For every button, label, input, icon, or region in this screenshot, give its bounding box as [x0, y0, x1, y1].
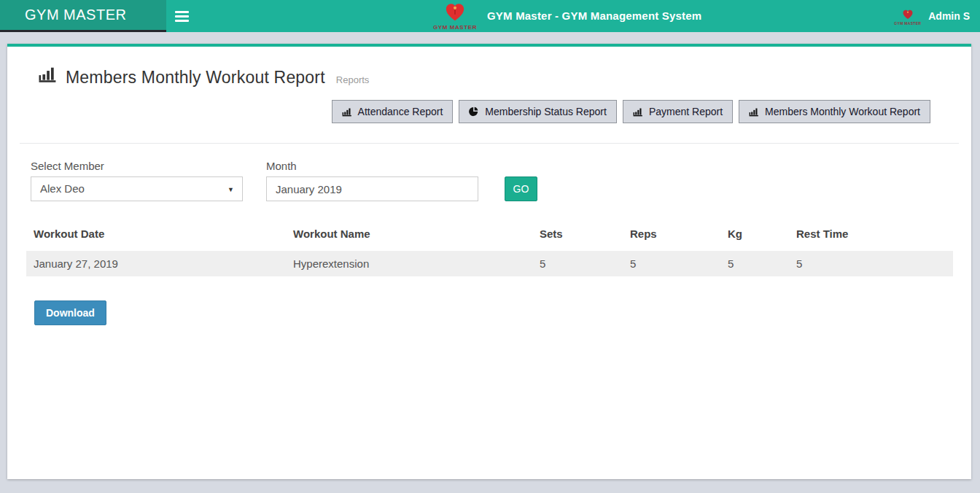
table-row: January 27, 2019 Hyperextension 5 5 5 5	[26, 251, 953, 276]
month-field-label: Month	[266, 160, 297, 172]
member-select[interactable]: Alex Deo ▼	[31, 176, 243, 201]
payment-report-button[interactable]: Payment Report	[623, 100, 733, 123]
user-menu[interactable]: GYM MASTER Admin S	[894, 0, 970, 32]
button-label: Attendance Report	[358, 106, 443, 117]
column-header-reps: Reps	[623, 222, 720, 251]
column-header-workout-name: Workout Name	[286, 222, 532, 251]
cell-reps: 5	[623, 251, 720, 276]
bar-chart-icon	[749, 107, 759, 117]
cell-kg: 5	[720, 251, 789, 276]
cell-sets: 5	[532, 251, 623, 276]
heart-logo-icon	[902, 9, 914, 22]
members-monthly-workout-report-button[interactable]: Members Monthly Workout Report	[739, 100, 930, 123]
hamburger-bar	[175, 15, 189, 18]
pie-chart-icon	[469, 106, 479, 117]
chevron-down-icon: ▼	[228, 178, 234, 201]
hamburger-bar	[175, 20, 189, 22]
user-avatar: GYM MASTER	[894, 9, 921, 26]
app-logo: GYM MASTER	[432, 1, 478, 31]
member-select-label: Select Member	[31, 160, 104, 172]
membership-status-report-button[interactable]: Membership Status Report	[459, 100, 617, 123]
user-avatar-caption: GYM MASTER	[894, 22, 921, 26]
column-header-sets: Sets	[532, 222, 623, 251]
brand-logo[interactable]: GYM MASTER	[0, 0, 166, 32]
page-heading: Members Monthly Workout Report Reports	[38, 66, 369, 88]
button-label: Members Monthly Workout Report	[765, 106, 920, 117]
go-button[interactable]: GO	[505, 176, 537, 201]
hamburger-bar	[175, 11, 189, 13]
cell-workout-name: Hyperextension	[286, 251, 532, 276]
content-card: Members Monthly Workout Report Reports A…	[7, 44, 971, 479]
app-title: GYM Master - GYM Management System	[487, 0, 701, 32]
table-header-row: Workout Date Workout Name Sets Reps Kg R…	[26, 222, 953, 251]
column-header-kg: Kg	[720, 222, 789, 251]
app-header: GYM MASTER GYM MASTER GYM Master - GYM M…	[0, 0, 980, 32]
page-subtitle: Reports	[336, 74, 370, 88]
download-button[interactable]: Download	[34, 300, 106, 325]
button-label: Membership Status Report	[485, 106, 607, 117]
button-label: Payment Report	[649, 106, 723, 117]
column-header-workout-date: Workout Date	[26, 222, 286, 251]
member-select-value: Alex Deo	[40, 182, 85, 195]
workout-table: Workout Date Workout Name Sets Reps Kg R…	[26, 222, 953, 276]
bar-chart-icon	[633, 107, 643, 117]
section-divider	[20, 143, 959, 144]
sidebar-toggle-icon[interactable]	[175, 11, 189, 22]
report-nav: Attendance Report Membership Status Repo…	[332, 100, 930, 123]
cell-workout-date: January 27, 2019	[26, 251, 286, 276]
column-header-rest-time: Rest Time	[789, 222, 953, 251]
brand-text: GYM MASTER	[25, 7, 126, 23]
bar-chart-icon	[342, 107, 352, 117]
heart-logo-icon	[444, 12, 466, 24]
month-input[interactable]	[266, 176, 478, 201]
bar-chart-icon	[38, 66, 58, 88]
user-name: Admin S	[928, 10, 970, 22]
cell-rest-time: 5	[789, 251, 953, 276]
logo-caption: GYM MASTER	[432, 25, 478, 31]
page-title: Members Monthly Workout Report	[66, 68, 325, 88]
attendance-report-button[interactable]: Attendance Report	[332, 100, 454, 123]
